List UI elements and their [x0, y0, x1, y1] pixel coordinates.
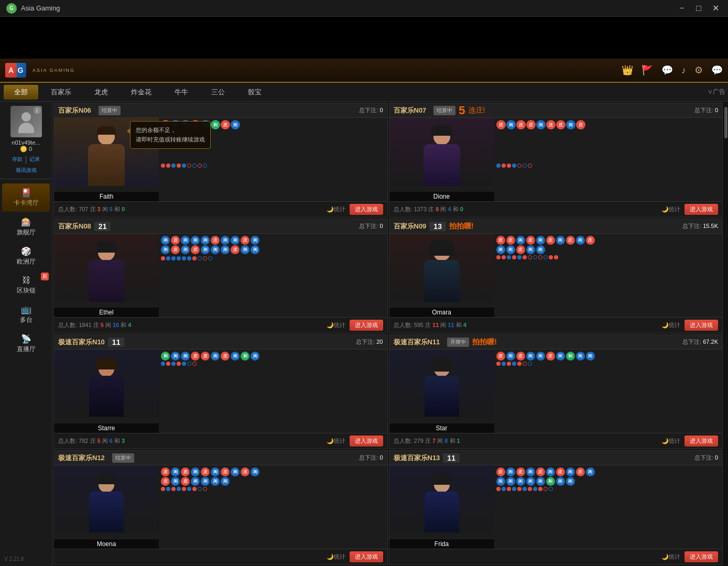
enter-btn-n12[interactable]: 进入游戏 — [350, 551, 383, 562]
dealer-bg-n10 — [54, 350, 159, 418]
deposit-button[interactable]: 存款 — [11, 155, 24, 164]
chat-icon[interactable]: 💬 — [711, 64, 723, 76]
bead: 闲 — [506, 245, 515, 254]
bead: 和 — [241, 352, 249, 361]
sidebar-item-multitable[interactable]: 📺 多台 — [2, 300, 50, 329]
nav-tabs: 全部 百家乐 龙虎 炸金花 牛牛 三公 骰宝 ∨广告 — [0, 83, 728, 102]
enter-btn-n11[interactable]: 进入游戏 — [684, 436, 718, 447]
sidebar-item-flagship[interactable]: 🎰 旗舰厅 — [2, 213, 50, 241]
bead: 闲 — [181, 352, 190, 361]
flag-icon[interactable]: 🚩 — [642, 64, 653, 76]
player-count-n07: 总人数: 1373 庄 8 闲 4 和 0 — [394, 205, 463, 213]
tab-baccarat[interactable]: 百家乐 — [40, 85, 82, 100]
game-body-n11: Star 庄 闲 庄 闲 闲 庄 闲 和 闲 闲 — [389, 350, 723, 433]
road-dot — [187, 487, 191, 491]
user-section: i n01v49te... 🪙 0 存款 | 记录 视讯游戏 — [0, 102, 52, 179]
title-bar: G Asia Gaming － □ ✕ — [0, 0, 728, 17]
game-header-n08: 百家乐N08 21 总下注: 0 — [54, 219, 387, 234]
vip-icon[interactable]: 👑 — [622, 64, 633, 76]
enter-btn-n07[interactable]: 进入游戏 — [684, 204, 718, 215]
bead: 闲 — [566, 467, 575, 476]
bead-grid-n09: 庄 庄 闲 庄 闲 庄 闲 庄 闲 庄 闲 闲 庄 — [496, 236, 721, 254]
close-button[interactable]: ✕ — [709, 2, 722, 15]
stats-btn-n09[interactable]: 🌙统计 — [661, 321, 680, 329]
player-count-n09: 总人数: 595 庄 11 闲 11 和 4 — [394, 321, 466, 329]
bead: 和 — [161, 352, 170, 361]
bead: 庄 — [496, 467, 505, 476]
road-dot — [533, 487, 537, 491]
video-button[interactable]: 视讯游戏 — [4, 166, 48, 175]
road-dot — [523, 487, 527, 491]
music-icon[interactable]: ♪ — [681, 65, 686, 76]
game-title-n09: 百家乐N09 — [394, 222, 427, 231]
sidebar-item-live[interactable]: 📡 直播厅 — [2, 330, 50, 358]
maximize-button[interactable]: □ — [692, 2, 705, 15]
tab-all[interactable]: 全部 — [4, 85, 38, 100]
message-icon[interactable]: 💬 — [661, 64, 673, 76]
sidebar-item-blockchain[interactable]: ⛓ 区块链 新 — [2, 271, 50, 299]
footer-actions-n12: 🌙统计 进入游戏 — [327, 551, 383, 562]
stats-btn-n13[interactable]: 🌙统计 — [661, 553, 680, 561]
brand-logo: A G ASIA GAMING — [5, 62, 75, 79]
records-button[interactable]: 记录 — [28, 155, 41, 164]
tab-niuniu[interactable]: 牛牛 — [164, 85, 199, 100]
stats-btn-n10[interactable]: 🌙统计 — [327, 437, 345, 445]
bead: 庄 — [161, 477, 170, 486]
enter-btn-n06[interactable]: 进入游戏 — [350, 204, 383, 215]
minimize-button[interactable]: － — [676, 2, 688, 15]
game-card-n06: 百家乐N06 结算中 总下注: 0 — [53, 103, 388, 217]
stats-btn-n12[interactable]: 🌙统计 — [327, 553, 345, 561]
dealer-figure-n09 — [389, 234, 494, 302]
settings-icon[interactable]: ⚙ — [694, 64, 703, 76]
tab-zjh[interactable]: 炸金花 — [121, 85, 162, 100]
game-header-n07: 百家乐N07 结算中 5 连庄! 总下注: 0 — [389, 103, 723, 118]
game-body-n07: Dione 庄 闲 庄 庄 闲 庄 庄 闲 庄 — [389, 118, 723, 201]
game-card-n11: 极速百家乐N11 开牌中 拍拍喱! 总下注: 67.2K — [389, 334, 723, 449]
stats-btn-n06[interactable]: 🌙统计 — [327, 205, 345, 213]
sidebar-item-europe[interactable]: 🎲 欧洲厅 — [2, 242, 50, 270]
game-body-n10: Starre 和 闲 闲 庄 庄 闲 庄 闲 和 — [54, 350, 387, 433]
live-icon: 📡 — [4, 334, 48, 344]
game-header-n11: 极速百家乐N11 开牌中 拍拍喱! 总下注: 67.2K — [389, 335, 723, 350]
tab-dragontiger[interactable]: 龙虎 — [84, 85, 118, 100]
road-dot — [507, 362, 511, 366]
enter-btn-n09[interactable]: 进入游戏 — [684, 320, 718, 331]
game-footer-n12: 🌙统计 进入游戏 — [54, 549, 387, 564]
stats-btn-n11[interactable]: 🌙统计 — [661, 437, 680, 445]
road-chart-n11 — [496, 362, 721, 431]
dealer-name-n08: Ethel — [54, 308, 159, 317]
road-dot — [192, 256, 197, 260]
road-dot — [182, 256, 186, 260]
road-dot — [507, 255, 511, 259]
app-title: Asia Gaming — [21, 4, 60, 12]
bead: 庄 — [586, 236, 595, 245]
bead: 闲 — [536, 352, 545, 361]
sidebar-item-kakawan[interactable]: 🎴 卡卡湾厅 — [2, 183, 50, 212]
bead: 闲 — [251, 236, 259, 245]
stats-btn-n08[interactable]: 🌙统计 — [327, 321, 345, 329]
game-title-n07: 百家乐N07 — [394, 106, 427, 115]
road-dot — [182, 487, 186, 491]
game-header-n06: 百家乐N06 结算中 总下注: 0 — [54, 103, 387, 118]
enter-btn-n13[interactable]: 进入游戏 — [684, 551, 718, 562]
bead: 庄 — [241, 467, 249, 476]
bead: 闲 — [181, 236, 190, 245]
game-card-n08: 百家乐N08 21 总下注: 0 — [53, 219, 388, 333]
stats-btn-n07[interactable]: 🌙统计 — [661, 205, 680, 213]
tab-shaibao[interactable]: 骰宝 — [237, 85, 272, 100]
road-dot — [203, 164, 207, 168]
enter-btn-n08[interactable]: 进入游戏 — [350, 320, 383, 331]
tab-sangong[interactable]: 三公 — [201, 85, 235, 100]
scrollbar-track[interactable] — [724, 102, 728, 566]
footer-actions-n06: 🌙统计 进入游戏 — [327, 204, 383, 215]
enter-btn-n10[interactable]: 进入游戏 — [350, 436, 383, 447]
bead: 闲 — [211, 245, 220, 254]
scrollbar-thumb[interactable] — [724, 107, 727, 138]
dealer-name-n12: Moena — [54, 539, 159, 549]
road-dot — [538, 487, 542, 491]
total-bet-n07: 总下注: 0 — [694, 106, 718, 114]
total-bet-n09: 总下注: 15.5K — [682, 222, 718, 230]
dealer-bg-n07 — [389, 118, 494, 186]
road-dot — [502, 164, 506, 168]
user-name: n01v49te... — [4, 139, 48, 146]
